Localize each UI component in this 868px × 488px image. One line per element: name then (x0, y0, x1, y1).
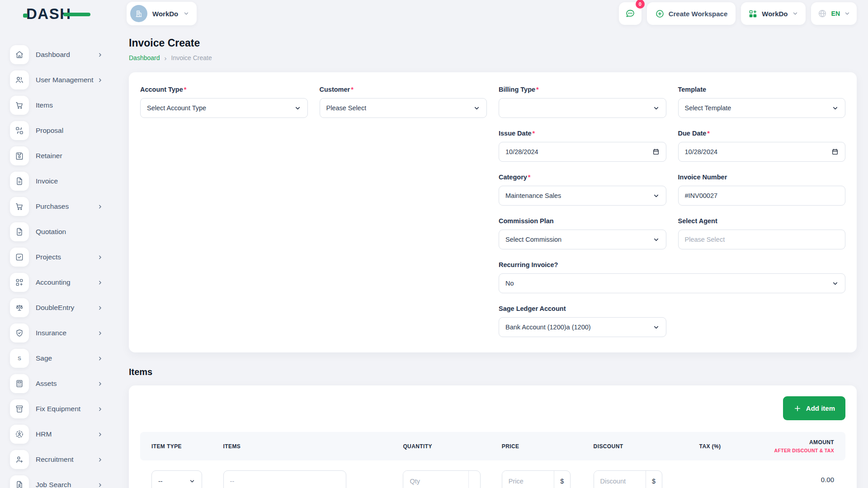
discount-input-group: $ (594, 470, 662, 488)
archive-icon (10, 399, 29, 418)
select-value: Maintenance Sales (505, 192, 561, 199)
sidebar-item-label: Projects (36, 253, 61, 261)
column-header-quantity: QUANTITY (397, 432, 496, 460)
chevron-right-icon (97, 280, 103, 286)
recurring-invoice-select[interactable]: No (499, 273, 845, 293)
create-workspace-button[interactable]: Create Workspace (647, 2, 736, 25)
sidebar-item-items[interactable]: Items (10, 96, 103, 115)
item-type-select[interactable]: -- (151, 470, 202, 488)
chevron-down-icon (294, 105, 301, 112)
select-value: Select Template (685, 104, 731, 112)
sidebar-item-sage[interactable]: S Sage (10, 349, 103, 368)
language-selector[interactable]: EN (811, 2, 857, 25)
invoice-file-icon (10, 172, 29, 191)
sidebar-item-hrm[interactable]: HRM (10, 425, 103, 444)
grid-plus-icon (10, 273, 29, 292)
add-item-button[interactable]: Add item (783, 396, 845, 420)
workspace-name: WorkDo (152, 10, 178, 18)
item-name-input[interactable] (223, 470, 346, 488)
price-input-group: $ (502, 470, 571, 488)
date-value: 10/28/2024 (685, 148, 718, 155)
sidebar-item-label: Retainer (36, 152, 62, 160)
sage-icon: S (10, 349, 29, 368)
sidebar-item-doubleentry[interactable]: DoubleEntry (10, 298, 103, 317)
sidebar-item-recruitment[interactable]: Recruitment (10, 450, 103, 469)
sidebar-item-purchases[interactable]: Purchases (10, 197, 103, 216)
field-label: Sage Ledger Account (499, 305, 666, 312)
column-header-tax: TAX (%) (694, 432, 768, 460)
quantity-input-group (403, 470, 481, 488)
field-category: Category* Maintenance Sales (499, 174, 666, 206)
sidebar-item-accounting[interactable]: Accounting (10, 273, 103, 292)
invoice-number-input[interactable] (678, 186, 846, 206)
sidebar-item-job-search[interactable]: Job Search (10, 475, 103, 488)
sidebar-item-quotation[interactable]: Quotation (10, 222, 103, 241)
chevron-down-icon (832, 105, 839, 112)
sidebar-item-projects[interactable]: Projects (10, 248, 103, 267)
sidebar-item-insurance[interactable]: Insurance (10, 324, 103, 343)
chevron-down-icon (653, 236, 660, 243)
breadcrumb: Dashboard › Invoice Create (129, 54, 857, 61)
messages-button[interactable]: 0 (619, 2, 642, 25)
users-icon (10, 70, 29, 89)
quantity-input[interactable] (403, 471, 468, 488)
number-spinner[interactable] (468, 471, 480, 488)
invoice-form-card: Account Type* Select Account Type Custom… (129, 72, 857, 352)
chevron-down-icon (473, 105, 480, 112)
customer-select[interactable]: Please Select (320, 98, 487, 118)
template-select[interactable]: Select Template (678, 98, 846, 118)
square-check-icon (10, 248, 29, 267)
column-header-amount: AMOUNT AFTER DISCOUNT & TAX (768, 432, 845, 460)
chevron-right-icon (97, 406, 103, 412)
sidebar-item-label: Insurance (36, 329, 66, 337)
label-text: Select Agent (678, 217, 717, 225)
sidebar-item-label: HRM (36, 430, 52, 438)
person-plus-icon (10, 450, 29, 469)
calculator-icon (10, 374, 29, 393)
label-text: Commission Plan (499, 217, 554, 225)
field-billing-type: Billing Type* (499, 86, 666, 118)
category-select[interactable]: Maintenance Sales (499, 186, 666, 206)
home-icon (10, 45, 29, 64)
required-asterisk: * (707, 130, 710, 137)
issue-date-input[interactable]: 10/28/2024 (499, 142, 666, 162)
sidebar-item-invoice[interactable]: Invoice (10, 172, 103, 191)
chevron-down-icon (189, 478, 195, 484)
field-label: Billing Type* (499, 86, 666, 93)
sidebar-item-fix-equipment[interactable]: Fix Equipment (10, 399, 103, 418)
workdo-apps-button[interactable]: WorkDo (741, 2, 805, 25)
sidebar-item-dashboard[interactable]: Dashboard (10, 45, 103, 64)
sidebar-item-retainer[interactable]: Retainer (10, 146, 103, 165)
account-type-select[interactable]: Select Account Type (140, 98, 308, 118)
chevron-right-icon (97, 381, 103, 387)
calendar-icon (652, 148, 660, 155)
workspace-selector[interactable]: WorkDo (127, 2, 197, 25)
field-label: Select Agent (678, 217, 846, 225)
price-input[interactable] (502, 471, 554, 488)
sidebar-item-label: Dashboard (36, 51, 70, 59)
sidebar-item-label: DoubleEntry (36, 304, 74, 312)
billing-type-select[interactable] (499, 98, 666, 118)
discount-cell: $ (588, 460, 694, 488)
select-agent-input[interactable] (678, 230, 846, 249)
chevron-down-icon (792, 10, 798, 17)
label-text: Due Date (678, 130, 707, 137)
save-icon (10, 146, 29, 165)
chat-bubble-icon (625, 8, 636, 19)
scales-icon (10, 298, 29, 317)
cart-icon (10, 96, 29, 115)
due-date-input[interactable]: 10/28/2024 (678, 142, 846, 162)
commission-plan-select[interactable]: Select Commission (499, 230, 666, 249)
field-label: Invoice Number (678, 174, 846, 181)
sage-ledger-account-select[interactable]: Bank Account (1200)a (1200) (499, 317, 666, 337)
sidebar-item-user-management[interactable]: User Management (10, 70, 103, 89)
discount-input[interactable] (594, 471, 646, 488)
sidebar-item-assets[interactable]: Assets (10, 374, 103, 393)
app-logo[interactable]: DASH (26, 6, 71, 21)
proposal-icon (10, 121, 29, 140)
currency-suffix: $ (646, 471, 662, 488)
field-invoice-number: Invoice Number (678, 174, 846, 206)
field-sage-ledger-account: Sage Ledger Account Bank Account (1200)a… (499, 305, 666, 337)
sidebar-item-proposal[interactable]: Proposal (10, 121, 103, 140)
breadcrumb-dashboard-link[interactable]: Dashboard (129, 54, 160, 61)
